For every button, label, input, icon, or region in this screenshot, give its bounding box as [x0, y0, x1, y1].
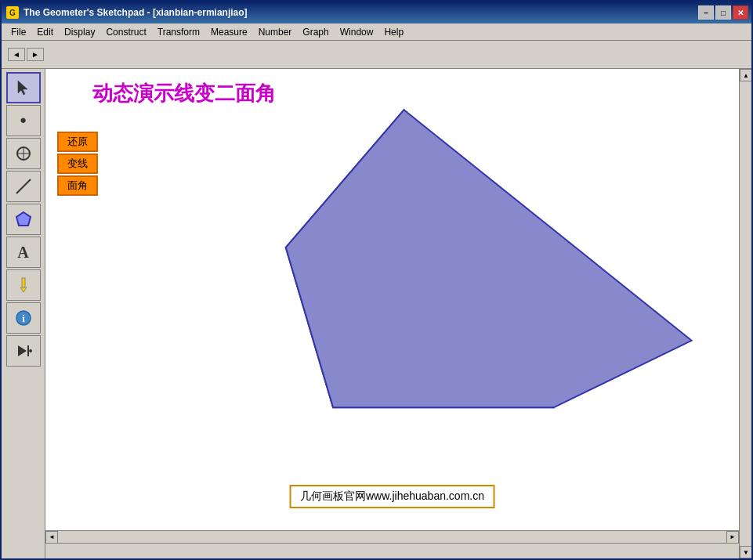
svg-marker-0: [18, 81, 27, 95]
svg-marker-10: [18, 345, 27, 356]
tool-text[interactable]: A: [6, 237, 41, 268]
svg-marker-7: [20, 287, 27, 292]
menu-item-file[interactable]: File: [6, 25, 31, 39]
svg-text:i: i: [22, 313, 25, 324]
scroll-left-button[interactable]: ◄: [45, 531, 58, 544]
menu-items: FileEditDisplayConstructTransformMeasure…: [3, 25, 408, 39]
svg-line-4: [16, 179, 31, 193]
transform-button[interactable]: 变线: [57, 154, 98, 174]
window-title: The Geometer's Sketchpad - [xianbian-erm…: [24, 7, 248, 18]
bottom-scrollbar: ◄ ►: [45, 530, 739, 543]
main-window: G The Geometer's Sketchpad - [xianbian-e…: [0, 0, 753, 560]
menu-item-construct[interactable]: Construct: [101, 25, 150, 39]
tool-animate[interactable]: [6, 335, 41, 367]
menu-item-display[interactable]: Display: [60, 25, 100, 39]
title-bar-left: G The Geometer's Sketchpad - [xianbian-e…: [6, 6, 248, 19]
geometry-svg: [45, 69, 739, 530]
status-bar: [45, 543, 739, 558]
menu-item-measure[interactable]: Measure: [206, 25, 252, 39]
toolbar-nav-left[interactable]: ◄: [8, 48, 25, 61]
menu-item-transform[interactable]: Transform: [153, 25, 205, 39]
tool-compass[interactable]: [6, 138, 41, 169]
tool-info[interactable]: i: [6, 302, 41, 334]
tool-line[interactable]: [6, 171, 41, 202]
svg-marker-5: [16, 212, 31, 226]
tool-select[interactable]: [6, 72, 41, 103]
scroll-up-button[interactable]: ▲: [740, 69, 751, 81]
scroll-track-horizontal[interactable]: [58, 531, 726, 544]
content-row: • A i: [2, 69, 751, 558]
maximize-button[interactable]: □: [715, 5, 731, 20]
left-toolbar: • A i: [2, 69, 45, 558]
svg-rect-6: [22, 278, 25, 287]
reset-button[interactable]: 还原: [57, 132, 98, 152]
minimize-button[interactable]: –: [698, 5, 714, 20]
toolbar-row: ◄ ►: [2, 41, 751, 69]
scroll-right-button[interactable]: ►: [726, 531, 739, 544]
tool-polygon[interactable]: [6, 204, 41, 235]
menu-item-edit[interactable]: Edit: [32, 25, 58, 39]
close-button[interactable]: ✕: [733, 5, 748, 20]
title-bar: G The Geometer's Sketchpad - [xianbian-e…: [2, 2, 751, 23]
scroll-track-vertical[interactable]: [740, 81, 751, 546]
tool-point[interactable]: •: [6, 105, 41, 136]
scroll-down-button[interactable]: ▼: [740, 546, 751, 558]
menu-bar: FileEditDisplayConstructTransformMeasure…: [2, 23, 751, 41]
menu-item-window[interactable]: Window: [335, 25, 378, 39]
action-buttons: 还原 变线 面角: [57, 132, 98, 196]
right-scrollbar: ▲ ▼: [739, 69, 751, 558]
svg-point-12: [29, 349, 32, 352]
tool-marker[interactable]: [6, 269, 41, 301]
angle-button[interactable]: 面角: [57, 175, 98, 196]
menu-item-graph[interactable]: Graph: [298, 25, 333, 39]
menu-item-help[interactable]: Help: [379, 25, 408, 39]
app-icon: G: [6, 6, 19, 19]
toolbar-nav-right[interactable]: ►: [27, 48, 44, 61]
canvas-title: 动态演示线变二面角: [92, 80, 276, 107]
menu-item-number[interactable]: Number: [254, 25, 297, 39]
watermark: 几何画板官网www.jihehuaban.com.cn: [289, 485, 495, 508]
lower-face: [286, 110, 692, 407]
center-column: 动态演示线变二面角 还原 变线 面角 几何画板官网www.jihehuaban.…: [45, 69, 739, 558]
canvas-area[interactable]: 动态演示线变二面角 还原 变线 面角 几何画板官网www.jihehuaban.…: [45, 69, 739, 530]
title-bar-buttons: – □ ✕: [698, 5, 748, 20]
